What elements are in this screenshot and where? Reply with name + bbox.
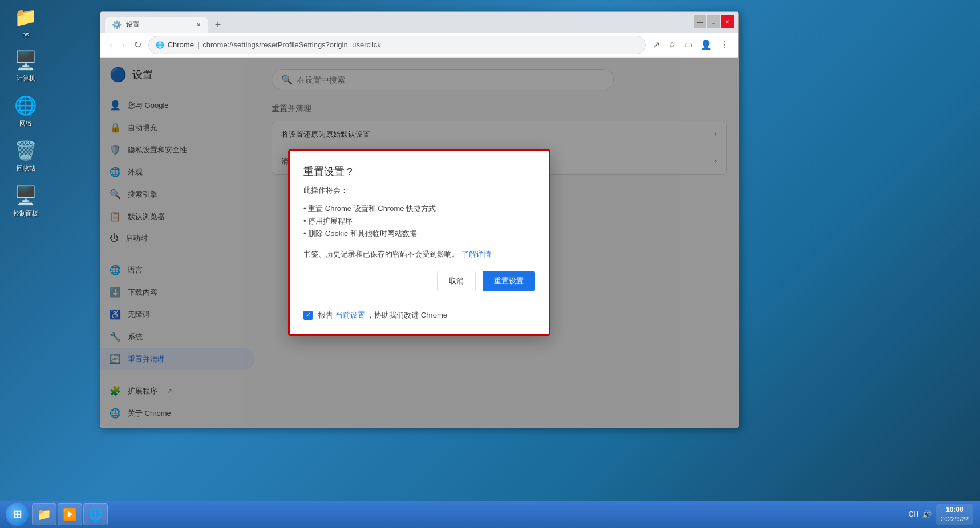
report-checkbox[interactable]: ✓ (303, 311, 313, 320)
settings-tab-icon: ⚙️ (112, 20, 122, 29)
reset-dialog: 重置设置？ 此操作将会： 重置 Chrome 设置和 Chrome 快捷方式 停… (288, 149, 550, 336)
taskbar-item-chrome[interactable]: 🌐 (83, 503, 108, 525)
dialog-list-item-3: 删除 Cookie 和其他临时网站数据 (303, 228, 535, 240)
clock-area[interactable]: 10:00 2022/9/22 (936, 504, 973, 525)
taskbar-item-media[interactable]: ▶️ (58, 503, 82, 525)
back-button[interactable]: ‹ (107, 38, 115, 52)
report-suffix: ，协助我们改进 Chrome (367, 311, 447, 319)
dialog-footer: ✓ 报告 当前设置 ，协助我们改进 Chrome (303, 303, 535, 320)
taskbar-items: 📁 ▶️ 🌐 (32, 503, 904, 525)
taskbar: ⊞ 📁 ▶️ 🌐 CH 🔊 10:00 2022/9/22 (0, 501, 980, 528)
reload-button[interactable]: ↻ (132, 37, 144, 52)
dialog-list-item-1: 重置 Chrome 设置和 Chrome 快捷方式 (303, 202, 535, 215)
report-prefix: 报告 (318, 311, 333, 319)
chrome-taskbar-icon: 🌐 (88, 507, 103, 521)
dialog-list: 重置 Chrome 设置和 Chrome 快捷方式 停用扩展程序 删除 Cook… (303, 202, 535, 240)
clock-date: 2022/9/22 (941, 515, 969, 523)
network-icon: 🌐 (14, 94, 37, 117)
learn-more-link[interactable]: 了解详情 (461, 250, 491, 258)
tray-icons: 🔊 (922, 510, 932, 519)
cancel-button[interactable]: 取消 (437, 271, 476, 291)
forward-button[interactable]: › (119, 38, 127, 52)
title-bar: ⚙️ 设置 ✕ + — □ ✕ (100, 12, 738, 33)
dialog-overlay: 重置设置？ 此操作将会： 重置 Chrome 设置和 Chrome 快捷方式 停… (100, 58, 738, 427)
start-button[interactable]: ⊞ (2, 503, 32, 526)
desktop-icon-network-label: 网络 (19, 119, 32, 128)
start-orb: ⊞ (6, 503, 29, 526)
url-brand: Chrome (168, 40, 194, 49)
control-panel-icon: 🖥️ (14, 184, 37, 207)
current-settings-link[interactable]: 当前设置 (335, 311, 365, 319)
menu-button[interactable]: ⋮ (718, 37, 731, 52)
desktop-icon-control-label: 控制面板 (13, 209, 38, 218)
desktop-icons: 📁 ns 🖥️ 计算机 🌐 网络 🗑️ 回收站 🖥️ 控制面板 (6, 6, 46, 218)
new-tab-button[interactable]: + (210, 17, 226, 33)
desktop-icon-computer[interactable]: 🖥️ 计算机 (6, 49, 46, 83)
close-button[interactable]: ✕ (721, 15, 734, 28)
dialog-note: 书签、历史记录和已保存的密码不会受到影响。 了解详情 (303, 249, 535, 259)
folder-icon: 📁 (14, 6, 37, 29)
url-bar[interactable]: 🌐 Chrome | chrome://settings/resetProfil… (148, 36, 646, 54)
minimize-button[interactable]: — (694, 15, 706, 28)
taskbar-item-explorer[interactable]: 📁 (32, 503, 56, 525)
url-path: chrome://settings/resetProfileSettings?o… (203, 40, 381, 49)
desktop-icon-recycle-label: 回收站 (17, 164, 35, 173)
taskbar-right: CH 🔊 10:00 2022/9/22 (904, 504, 978, 525)
profile-button[interactable]: 👤 (698, 37, 714, 52)
browser-content: 🔵 设置 👤 您与 Google 🔒 自动填充 🛡️ 隐私设置和安全性 🌐 外观… (100, 58, 738, 427)
reset-settings-button[interactable]: 重置设置 (483, 271, 535, 291)
media-taskbar-icon: ▶️ (63, 507, 77, 521)
desktop-icon-ns-label: ns (22, 31, 29, 38)
bookmark-button[interactable]: ☆ (666, 37, 678, 52)
dialog-footer-text: 报告 当前设置 ，协助我们改进 Chrome (318, 310, 447, 320)
lang-indicator[interactable]: CH (909, 510, 918, 518)
tab-label: 设置 (126, 20, 140, 30)
dialog-title: 重置设置？ (303, 165, 535, 178)
computer-icon: 🖥️ (14, 49, 37, 72)
share-button[interactable]: ↗ (650, 37, 662, 52)
maximize-button[interactable]: □ (707, 15, 720, 28)
desktop-icon-network[interactable]: 🌐 网络 (6, 94, 46, 128)
address-actions: ↗ ☆ ▭ 👤 ⋮ (650, 37, 731, 52)
desktop-icon-control-panel[interactable]: 🖥️ 控制面板 (6, 184, 46, 218)
window-controls: — □ ✕ (694, 15, 734, 28)
recycle-icon: 🗑️ (14, 139, 37, 162)
address-bar: ‹ › ↻ 🌐 Chrome | chrome://settings/reset… (100, 33, 738, 58)
dialog-list-item-2: 停用扩展程序 (303, 215, 535, 228)
explorer-taskbar-icon: 📁 (37, 507, 51, 521)
dialog-subtitle: 此操作将会： (303, 185, 535, 196)
desktop-icon-computer-label: 计算机 (17, 74, 35, 83)
system-tray: CH 🔊 (909, 510, 932, 519)
dialog-note-text: 书签、历史记录和已保存的密码不会受到影响。 (303, 250, 459, 258)
url-lock-icon: 🌐 (156, 41, 164, 49)
url-separator: | (197, 40, 199, 49)
desktop-icon-ns[interactable]: 📁 ns (6, 6, 46, 38)
cast-button[interactable]: ▭ (682, 37, 695, 52)
close-tab-button[interactable]: ✕ (196, 22, 201, 28)
browser-tab[interactable]: ⚙️ 设置 ✕ (105, 17, 208, 33)
dialog-actions: 取消 重置设置 (303, 271, 535, 291)
desktop-icon-recycle[interactable]: 🗑️ 回收站 (6, 139, 46, 173)
clock-time: 10:00 (941, 505, 969, 515)
browser-window: ⚙️ 设置 ✕ + — □ ✕ ‹ › ↻ 🌐 Chrome | chrome:… (100, 11, 739, 428)
